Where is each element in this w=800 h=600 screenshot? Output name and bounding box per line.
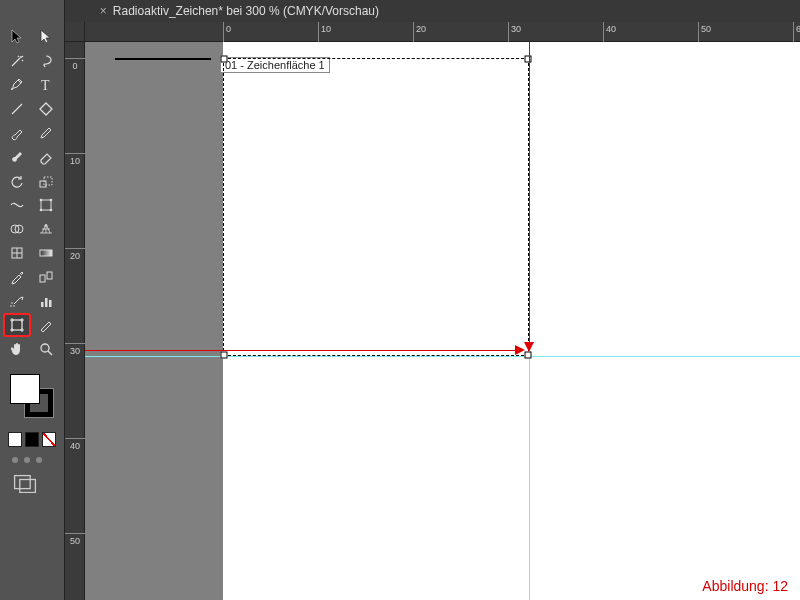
vertical-ruler[interactable]: 0 10 20 30 40 50	[65, 42, 85, 600]
handle-nw[interactable]	[221, 56, 228, 63]
fill-stroke-swatches[interactable]	[0, 364, 64, 428]
svg-rect-23	[12, 320, 22, 330]
svg-rect-27	[20, 479, 36, 492]
selection-tool[interactable]	[4, 26, 30, 48]
decorative-stroke	[115, 58, 211, 60]
fill-swatch[interactable]	[10, 374, 40, 404]
color-mode-icon[interactable]	[8, 432, 22, 447]
svg-rect-20	[41, 302, 44, 307]
svg-rect-15	[40, 275, 45, 282]
ruler-tick: 0	[65, 58, 85, 71]
artboard-selection[interactable]	[223, 58, 529, 356]
svg-point-24	[41, 344, 49, 352]
document-tab-bar: ◄◄ × Radioaktiv_Zeichen* bei 300 % (CMYK…	[0, 0, 800, 22]
blend-tool[interactable]	[33, 266, 59, 288]
close-tab-button[interactable]: ×	[100, 4, 107, 18]
gradient-mode-icon[interactable]	[25, 432, 39, 447]
svg-marker-3	[40, 103, 52, 115]
rotate-tool[interactable]	[4, 170, 30, 192]
eyedropper-tool[interactable]	[4, 266, 30, 288]
hand-tool[interactable]	[4, 338, 30, 360]
ruler-tick: 10	[65, 153, 85, 166]
scale-tool[interactable]	[33, 170, 59, 192]
ruler-tick: 0	[223, 22, 231, 42]
svg-point-10	[50, 209, 53, 212]
rectangle-tool[interactable]	[33, 98, 59, 120]
symbol-sprayer-tool[interactable]	[4, 290, 30, 312]
mesh-tool[interactable]	[4, 242, 30, 264]
pen-tool[interactable]	[4, 74, 30, 96]
svg-text:T: T	[41, 78, 50, 93]
paintbrush-tool[interactable]	[4, 122, 30, 144]
svg-rect-21	[45, 298, 48, 307]
horizontal-ruler[interactable]: 0 10 20 30 40 50 60	[85, 22, 800, 42]
ruler-tick: 40	[65, 438, 85, 451]
line-segment-tool[interactable]	[4, 98, 30, 120]
svg-point-8	[50, 199, 53, 202]
ruler-tick: 50	[65, 533, 85, 546]
gradient-tool[interactable]	[33, 242, 59, 264]
direct-selection-tool[interactable]	[33, 26, 59, 48]
blob-brush-tool[interactable]	[4, 146, 30, 168]
svg-point-17	[11, 302, 13, 304]
ruler-tick: 20	[413, 22, 426, 42]
svg-rect-6	[41, 200, 51, 210]
tools-panel: T	[0, 0, 65, 600]
canvas[interactable]: 01 - Zeichenfläche 1	[85, 42, 800, 600]
svg-rect-4	[40, 181, 46, 187]
arrowhead-down-icon	[524, 342, 534, 352]
zoom-tool[interactable]	[33, 338, 59, 360]
svg-point-7	[40, 199, 43, 202]
document-title: Radioaktiv_Zeichen* bei 300 % (CMYK/Vors…	[113, 4, 379, 18]
svg-point-18	[13, 305, 15, 307]
svg-line-2	[12, 104, 22, 114]
svg-point-9	[40, 209, 43, 212]
screen-mode-dots[interactable]	[0, 447, 64, 469]
type-tool[interactable]: T	[33, 74, 59, 96]
ruler-tick: 10	[318, 22, 331, 42]
svg-point-0	[20, 56, 22, 58]
none-mode-icon[interactable]	[42, 432, 56, 447]
svg-rect-14	[40, 250, 52, 256]
column-graph-tool[interactable]	[33, 290, 59, 312]
handle-se[interactable]	[525, 352, 532, 359]
annotation-arrow-horizontal	[85, 350, 515, 351]
slice-tool[interactable]	[33, 314, 59, 336]
figure-caption: Abbildung: 12	[702, 578, 788, 594]
handle-sw[interactable]	[221, 352, 228, 359]
shape-builder-tool[interactable]	[4, 218, 30, 240]
magic-wand-tool[interactable]	[4, 50, 30, 72]
svg-line-25	[48, 351, 52, 355]
svg-rect-16	[47, 272, 52, 279]
ruler-tick: 50	[698, 22, 711, 42]
svg-point-19	[10, 305, 12, 307]
annotation-arrow-vertical	[529, 42, 530, 342]
eraser-tool[interactable]	[33, 146, 59, 168]
ruler-tick: 60	[793, 22, 800, 42]
ruler-tick: 30	[65, 343, 85, 356]
artboard-tool[interactable]	[4, 314, 30, 336]
draw-mode-icon[interactable]	[12, 473, 38, 493]
handle-ne[interactable]	[525, 56, 532, 63]
pencil-tool[interactable]	[33, 122, 59, 144]
free-transform-tool[interactable]	[33, 194, 59, 216]
ruler-tick: 30	[508, 22, 521, 42]
lasso-tool[interactable]	[33, 50, 59, 72]
width-tool[interactable]	[4, 194, 30, 216]
ruler-origin[interactable]	[65, 22, 85, 42]
guide-horizontal[interactable]	[85, 356, 800, 357]
ruler-tick: 40	[603, 22, 616, 42]
perspective-grid-tool[interactable]	[33, 218, 59, 240]
ruler-tick: 20	[65, 248, 85, 261]
svg-rect-22	[49, 300, 52, 307]
svg-rect-26	[15, 475, 31, 488]
